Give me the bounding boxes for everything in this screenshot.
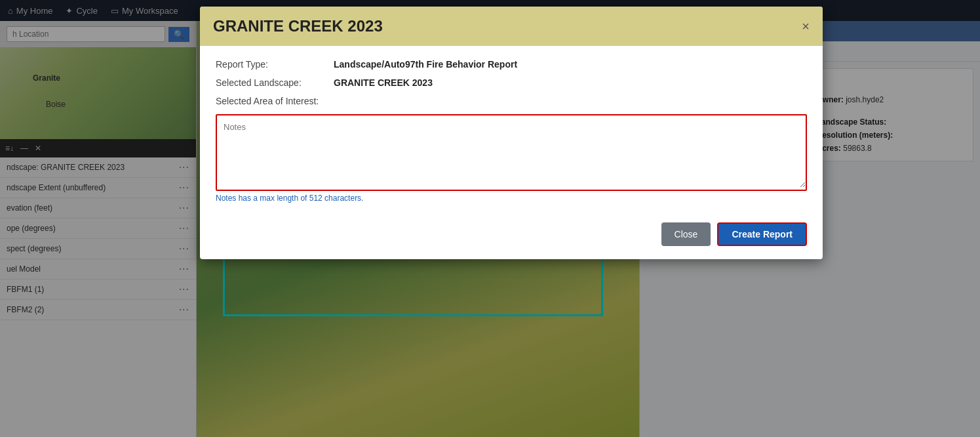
notes-wrapper: [216, 114, 807, 191]
notes-hint: Notes has a max length of 512 characters…: [216, 194, 807, 203]
selected-landscape-row: Selected Landscape: GRANITE CREEK 2023: [216, 77, 807, 88]
selected-aoi-label: Selected Area of Interest:: [216, 96, 334, 106]
modal-title: GRANITE CREEK 2023: [213, 17, 383, 35]
report-type-row: Report Type: Landscape/Auto97th Fire Beh…: [216, 59, 807, 70]
modal-close-x-button[interactable]: ×: [802, 20, 810, 33]
report-type-value: Landscape/Auto97th Fire Behavior Report: [334, 59, 517, 70]
create-report-button[interactable]: Create Report: [717, 222, 807, 246]
modal-body: Report Type: Landscape/Auto97th Fire Beh…: [200, 46, 823, 259]
selected-aoi-row: Selected Area of Interest:: [216, 96, 807, 106]
notes-textarea[interactable]: [217, 115, 806, 188]
selected-landscape-value: GRANITE CREEK 2023: [334, 77, 433, 88]
report-type-label: Report Type:: [216, 59, 334, 70]
close-button[interactable]: Close: [661, 222, 711, 246]
modal-footer: Close Create Report: [216, 216, 807, 246]
modal-dialog: GRANITE CREEK 2023 × Report Type: Landsc…: [200, 7, 823, 259]
selected-landscape-label: Selected Landscape:: [216, 77, 334, 88]
modal-header: GRANITE CREEK 2023 ×: [200, 7, 823, 46]
